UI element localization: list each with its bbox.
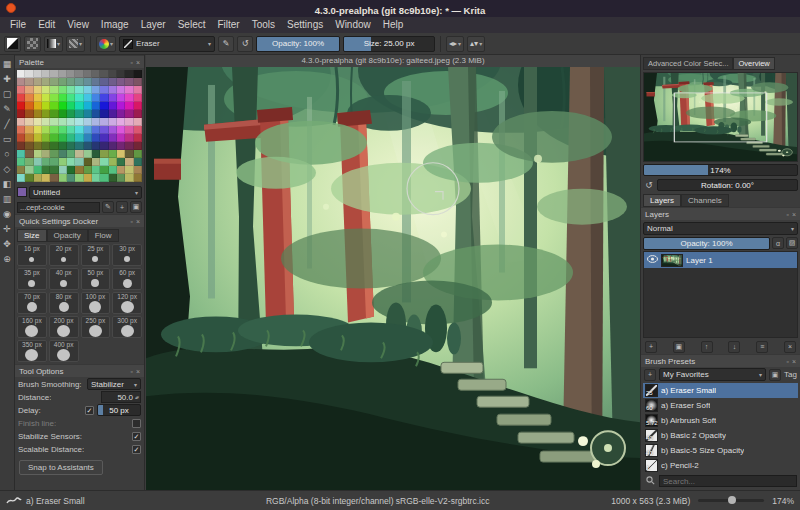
size-slider[interactable]: Size: 25.00 px bbox=[343, 36, 435, 52]
palette-swatch[interactable] bbox=[50, 70, 58, 78]
gradient-combo[interactable]: ▾ bbox=[44, 36, 63, 52]
palette-swatch[interactable] bbox=[92, 134, 100, 142]
tab-channels[interactable]: Channels bbox=[681, 194, 729, 207]
canvas[interactable] bbox=[146, 67, 640, 490]
palette-swatch[interactable] bbox=[50, 142, 58, 150]
palette-swatch[interactable] bbox=[67, 134, 75, 142]
palette-swatch[interactable] bbox=[109, 174, 117, 182]
menu-window[interactable]: Window bbox=[329, 17, 377, 33]
palette-swatch[interactable] bbox=[117, 134, 125, 142]
palette-swatch[interactable] bbox=[25, 150, 33, 158]
palette-swatch[interactable] bbox=[134, 70, 142, 78]
preset-search-input[interactable] bbox=[659, 475, 797, 487]
distance-spinbox[interactable]: 50.0 ▴▾ bbox=[101, 391, 141, 403]
add-layer-button[interactable]: + bbox=[645, 341, 657, 353]
palette-swatch[interactable] bbox=[100, 150, 108, 158]
palette-options-button[interactable]: ▣ bbox=[130, 201, 142, 213]
palette-swatch[interactable] bbox=[117, 118, 125, 126]
delay-slider[interactable]: 50 px bbox=[97, 404, 141, 416]
palette-swatch[interactable] bbox=[134, 110, 142, 118]
brush-size-350[interactable]: 350 px bbox=[17, 340, 47, 362]
overview-zoom-slider[interactable]: 174% bbox=[643, 164, 798, 176]
palette-swatch[interactable] bbox=[34, 78, 42, 86]
palette-swatch[interactable] bbox=[134, 78, 142, 86]
preset-a-eraser-small[interactable]: 25a) Eraser Small bbox=[643, 383, 798, 398]
palette-swatch[interactable] bbox=[50, 102, 58, 110]
palette-swatch[interactable] bbox=[134, 166, 142, 174]
palette-swatch[interactable] bbox=[50, 94, 58, 102]
palette-swatch[interactable] bbox=[67, 158, 75, 166]
palette-swatch[interactable] bbox=[84, 158, 92, 166]
palette-swatch[interactable] bbox=[34, 150, 42, 158]
close-docker-icon[interactable]: × bbox=[136, 368, 140, 375]
palette-swatch[interactable] bbox=[25, 166, 33, 174]
palette-swatch[interactable] bbox=[25, 134, 33, 142]
pan-tool[interactable]: ✥ bbox=[0, 237, 14, 252]
palette-swatch[interactable] bbox=[134, 102, 142, 110]
palette-swatch[interactable] bbox=[75, 150, 83, 158]
brush-size-70[interactable]: 70 px bbox=[17, 292, 47, 314]
edit-palette-button[interactable]: ✎ bbox=[102, 201, 114, 213]
crop-tool[interactable]: ▢ bbox=[0, 87, 14, 102]
delay-checkbox[interactable]: ✓ bbox=[85, 406, 94, 415]
palette-swatch[interactable] bbox=[109, 78, 117, 86]
rectangle-tool[interactable]: ▭ bbox=[0, 132, 14, 147]
palette-swatch[interactable] bbox=[134, 134, 142, 142]
palette-swatch[interactable] bbox=[59, 118, 67, 126]
palette-swatch[interactable] bbox=[25, 110, 33, 118]
palette-swatch[interactable] bbox=[42, 126, 50, 134]
palette-swatch[interactable] bbox=[125, 142, 133, 150]
palette-swatch[interactable] bbox=[92, 94, 100, 102]
tab-layers[interactable]: Layers bbox=[643, 194, 681, 207]
palette-swatch[interactable] bbox=[59, 166, 67, 174]
palette-swatch[interactable] bbox=[42, 94, 50, 102]
palette-swatch[interactable] bbox=[100, 94, 108, 102]
menu-edit[interactable]: Edit bbox=[32, 17, 61, 33]
palette-swatch[interactable] bbox=[125, 126, 133, 134]
palette-swatch[interactable] bbox=[100, 134, 108, 142]
inherit-alpha-icon[interactable]: α bbox=[772, 237, 784, 249]
palette-swatch[interactable] bbox=[59, 78, 67, 86]
close-docker-icon[interactable]: × bbox=[136, 218, 140, 225]
palette-swatch[interactable] bbox=[92, 70, 100, 78]
palette-swatch[interactable] bbox=[42, 118, 50, 126]
palette-swatch[interactable] bbox=[42, 142, 50, 150]
palette-swatch[interactable] bbox=[75, 70, 83, 78]
palette-swatch[interactable] bbox=[34, 110, 42, 118]
palette-swatch[interactable] bbox=[25, 86, 33, 94]
rotate-canvas-icon[interactable]: ↺ bbox=[643, 180, 655, 190]
move-tool[interactable]: ✚ bbox=[0, 72, 14, 87]
palette-swatch[interactable] bbox=[50, 86, 58, 94]
palette-swatch[interactable] bbox=[34, 102, 42, 110]
palette-swatch[interactable] bbox=[67, 70, 75, 78]
palette-swatch[interactable] bbox=[42, 102, 50, 110]
palette-swatch[interactable] bbox=[67, 78, 75, 86]
palette-swatch[interactable] bbox=[84, 174, 92, 182]
move-layer-up-button[interactable]: ↑ bbox=[701, 341, 713, 353]
palette-swatch[interactable] bbox=[100, 102, 108, 110]
duplicate-layer-button[interactable]: ▣ bbox=[673, 341, 685, 353]
reload-preset-button[interactable]: ↺ bbox=[237, 36, 253, 52]
palette-swatch[interactable] bbox=[84, 126, 92, 134]
brush-size-200[interactable]: 200 px bbox=[49, 316, 79, 338]
palette-swatch[interactable] bbox=[109, 158, 117, 166]
palette-swatch[interactable] bbox=[134, 150, 142, 158]
palette-swatch[interactable] bbox=[67, 102, 75, 110]
palette-swatch[interactable] bbox=[25, 70, 33, 78]
palette-swatch[interactable] bbox=[25, 102, 33, 110]
palette-swatch[interactable] bbox=[34, 166, 42, 174]
palette-swatch[interactable] bbox=[50, 158, 58, 166]
palette-swatch[interactable] bbox=[17, 110, 25, 118]
palette-swatch[interactable] bbox=[84, 70, 92, 78]
palette-swatch[interactable] bbox=[34, 142, 42, 150]
menu-view[interactable]: View bbox=[61, 17, 95, 33]
palette-swatch[interactable] bbox=[117, 78, 125, 86]
palette-swatch[interactable] bbox=[59, 110, 67, 118]
palette-swatch[interactable] bbox=[84, 150, 92, 158]
palette-swatch[interactable] bbox=[34, 86, 42, 94]
tab-overview[interactable]: Overview bbox=[733, 57, 774, 70]
palette-swatch[interactable] bbox=[50, 110, 58, 118]
palette-swatch[interactable] bbox=[109, 86, 117, 94]
palette-swatch[interactable] bbox=[75, 134, 83, 142]
palette-swatch[interactable] bbox=[67, 126, 75, 134]
